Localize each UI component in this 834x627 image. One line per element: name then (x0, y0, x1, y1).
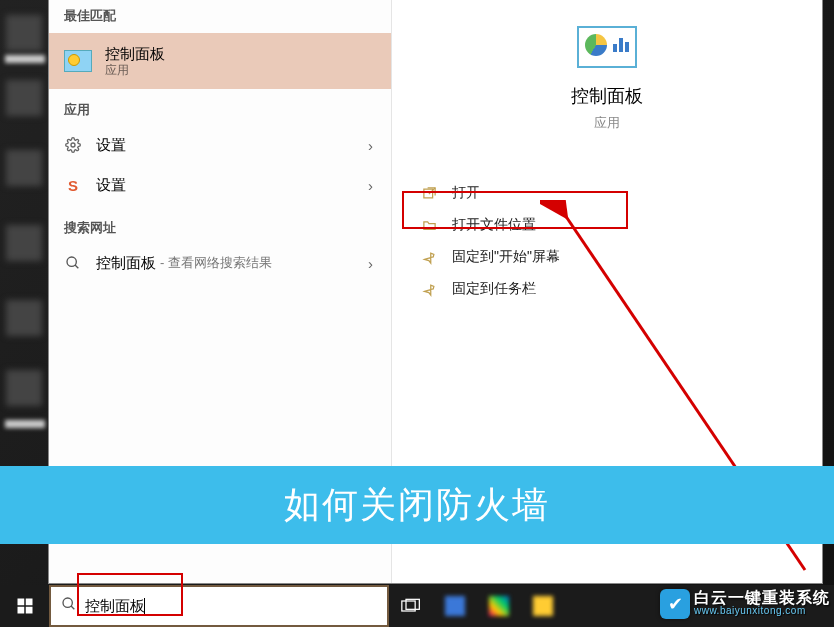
svg-rect-3 (423, 189, 432, 198)
open-icon (420, 184, 438, 202)
svg-point-9 (63, 598, 72, 607)
taskbar-pinned-app[interactable] (433, 585, 477, 627)
preview-actions: 打开 打开文件位置 固定到"开始"屏幕 固定到任务栏 (392, 177, 822, 305)
search-text: 控制面板 (85, 597, 145, 616)
tutorial-banner: 如何关闭防火墙 (0, 466, 834, 544)
pin-icon (420, 280, 438, 298)
preview-subtitle: 应用 (392, 114, 822, 132)
best-match-header: 最佳匹配 (49, 3, 391, 31)
action-open[interactable]: 打开 (392, 177, 822, 209)
svg-line-2 (75, 265, 78, 268)
taskbar-pinned-app[interactable] (521, 585, 565, 627)
banner-text: 如何关闭防火墙 (284, 481, 550, 530)
svg-rect-8 (25, 607, 32, 614)
apps-header: 应用 (49, 97, 391, 125)
best-match-title: 控制面板 (105, 45, 165, 63)
svg-point-0 (71, 143, 75, 147)
best-match-subtitle: 应用 (105, 63, 165, 78)
sogou-icon: S (64, 176, 82, 194)
best-match-item[interactable]: 控制面板 应用 (49, 33, 391, 89)
folder-icon (420, 216, 438, 234)
control-panel-icon (64, 50, 92, 72)
control-panel-large-icon (577, 26, 637, 68)
search-icon (64, 254, 82, 272)
taskbar: 控制面板 (0, 585, 834, 627)
svg-rect-5 (17, 599, 24, 606)
gear-icon (64, 136, 82, 154)
svg-point-1 (67, 257, 76, 266)
app-row-label: 设置 (96, 136, 126, 155)
app-row-settings-2[interactable]: S 设置 › (49, 165, 391, 205)
chevron-right-icon: › (368, 255, 373, 272)
action-pin-to-taskbar[interactable]: 固定到任务栏 (392, 273, 822, 305)
task-view-button[interactable] (389, 585, 433, 627)
start-button[interactable] (0, 585, 49, 627)
action-pin-to-start[interactable]: 固定到"开始"屏幕 (392, 241, 822, 273)
svg-line-10 (71, 606, 74, 609)
web-header: 搜索网址 (49, 215, 391, 243)
svg-rect-6 (25, 599, 32, 606)
taskbar-pinned-app[interactable] (477, 585, 521, 627)
action-label: 打开 (452, 184, 480, 202)
web-row-label: 控制面板 (96, 254, 156, 273)
text-caret (144, 598, 145, 615)
chevron-right-icon: › (368, 177, 373, 194)
app-row-label: 设置 (96, 176, 126, 195)
chevron-right-icon: › (368, 137, 373, 154)
action-label: 打开文件位置 (452, 216, 536, 234)
pin-icon (420, 248, 438, 266)
svg-rect-7 (17, 607, 24, 614)
action-open-file-location[interactable]: 打开文件位置 (392, 209, 822, 241)
search-icon (61, 596, 77, 616)
action-label: 固定到任务栏 (452, 280, 536, 298)
web-row-suffix: - 查看网络搜索结果 (160, 254, 272, 272)
app-row-settings-1[interactable]: 设置 › (49, 125, 391, 165)
preview-title: 控制面板 (392, 84, 822, 108)
action-label: 固定到"开始"屏幕 (452, 248, 560, 266)
web-search-row[interactable]: 控制面板 - 查看网络搜索结果 › (49, 243, 391, 283)
taskbar-search-input[interactable]: 控制面板 (49, 585, 389, 627)
